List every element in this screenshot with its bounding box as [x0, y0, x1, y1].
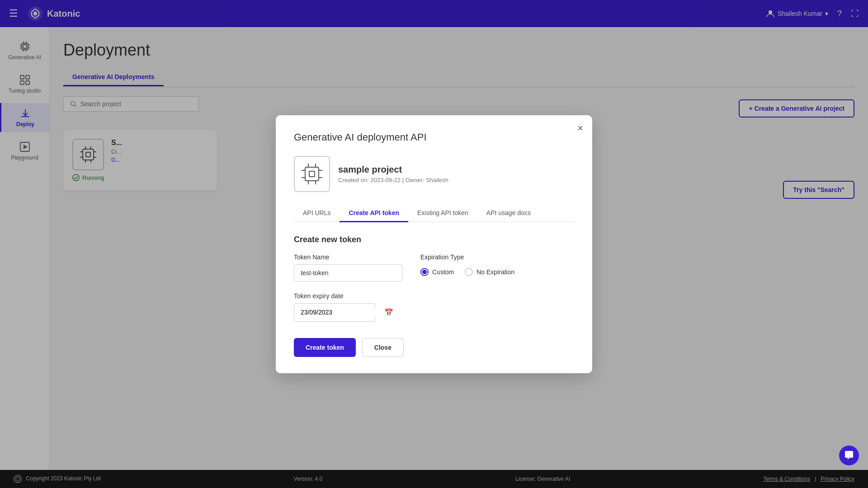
modal-cpu-icon — [301, 163, 323, 185]
expiration-options: Custom No Expiration — [420, 268, 514, 276]
radio-custom-label: Custom — [432, 268, 454, 276]
expiry-date-group: Token expiry date 📅 — [294, 292, 574, 322]
modal-dialog: × Generative AI deployment API sample pr… — [276, 115, 592, 373]
modal-project-details: sample project Created on: 2023-09-22 | … — [338, 164, 448, 183]
modal-tabs: API URLs Create API token Existing API t… — [294, 205, 574, 222]
expiry-date-input[interactable] — [301, 309, 380, 316]
svg-rect-42 — [309, 171, 315, 177]
calendar-icon[interactable]: 📅 — [384, 308, 393, 317]
radio-no-expiration-label: No Expiration — [476, 268, 514, 276]
form-section-title: Create new token — [294, 235, 574, 244]
tab-create-api-token[interactable]: Create API token — [340, 205, 408, 222]
chat-icon — [844, 450, 854, 460]
form-row-main: Token Name Expiration Type Custom No Exp… — [294, 253, 574, 282]
expiration-type-group: Expiration Type Custom No Expiration — [420, 253, 514, 276]
modal-actions: Create token Close — [294, 338, 574, 357]
modal-project-meta: Created on: 2023-09-22 | Owner: Shailesh — [338, 177, 448, 183]
token-name-group: Token Name — [294, 253, 402, 282]
modal-project-info: sample project Created on: 2023-09-22 | … — [294, 156, 574, 192]
chat-bubble-button[interactable] — [839, 446, 859, 465]
svg-rect-33 — [305, 167, 319, 181]
tab-api-urls[interactable]: API URLs — [294, 205, 340, 221]
radio-no-expiration-circle — [465, 268, 473, 276]
modal-close-button[interactable]: × — [577, 122, 583, 134]
modal-project-name: sample project — [338, 164, 448, 175]
radio-custom-dot — [422, 270, 427, 274]
modal-close-secondary-button[interactable]: Close — [362, 338, 404, 357]
expiry-date-label: Token expiry date — [294, 292, 574, 300]
token-name-input[interactable] — [294, 264, 402, 282]
modal-overlay[interactable]: × Generative AI deployment API sample pr… — [0, 0, 868, 488]
radio-no-expiration[interactable]: No Expiration — [465, 268, 514, 276]
modal-project-icon — [294, 156, 330, 192]
create-token-button[interactable]: Create token — [294, 338, 356, 357]
modal-title: Generative AI deployment API — [294, 131, 574, 143]
expiration-type-label: Expiration Type — [420, 253, 514, 261]
tab-api-usage-docs[interactable]: API usage docs — [477, 205, 540, 221]
radio-custom[interactable]: Custom — [420, 268, 454, 276]
radio-custom-circle — [420, 268, 429, 276]
tab-existing-api-token[interactable]: Existing API token — [408, 205, 477, 221]
token-name-label: Token Name — [294, 253, 402, 261]
date-input-wrap: 📅 — [294, 303, 375, 322]
